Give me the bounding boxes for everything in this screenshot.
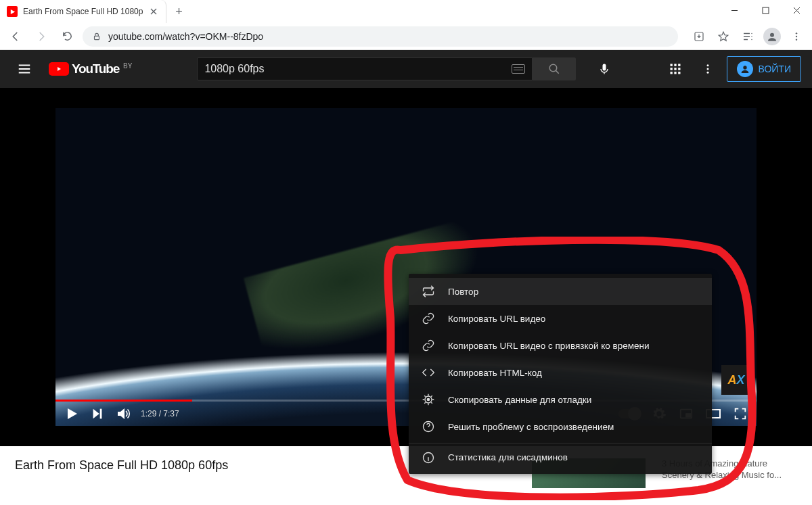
forward-button[interactable] (31, 26, 51, 47)
svg-point-23 (743, 66, 746, 69)
ctx-playback-help[interactable]: Решить проблему с воспроизведением (409, 413, 712, 440)
svg-marker-24 (68, 408, 77, 419)
browser-tab[interactable]: Earth From Space Full HD 1080p (0, 0, 166, 23)
guide-menu-button[interactable] (11, 55, 38, 82)
ctx-label: Статистика для сисадминов (448, 452, 568, 462)
svg-rect-26 (100, 409, 102, 419)
reading-list-icon[interactable] (738, 26, 758, 47)
volume-button[interactable] (115, 406, 131, 422)
svg-rect-15 (674, 68, 676, 70)
search-input[interactable] (204, 63, 512, 75)
svg-marker-0 (10, 9, 14, 14)
youtube-logo[interactable]: YouTube BY (49, 62, 132, 76)
svg-rect-1 (763, 7, 769, 14)
install-app-icon[interactable] (689, 26, 709, 47)
svg-point-5 (796, 32, 797, 34)
loop-icon (421, 284, 436, 299)
ctx-label: Копировать URL видео (448, 314, 545, 324)
new-tab-button[interactable]: + (169, 2, 188, 21)
bookmark-star-icon[interactable] (713, 26, 734, 47)
omnibox[interactable]: youtube.com/watch?v=OKM--8fzDpo (83, 26, 678, 47)
settings-menu-button[interactable] (694, 55, 721, 82)
close-tab-icon[interactable] (148, 6, 159, 17)
youtube-logo-text: YouTube (72, 62, 119, 76)
youtube-logo-icon (49, 62, 69, 76)
svg-rect-19 (678, 72, 680, 74)
svg-point-7 (796, 39, 797, 40)
signin-label: ВОЙТИ (759, 64, 791, 74)
channel-watermark[interactable]: AX (721, 365, 751, 395)
ctx-label: Скопировать данные для отладки (448, 395, 591, 405)
svg-rect-16 (678, 68, 680, 70)
signin-avatar-icon (737, 61, 753, 77)
svg-rect-2 (95, 36, 99, 39)
browser-menu-button[interactable] (786, 26, 807, 47)
window-close-button[interactable] (781, 0, 812, 20)
svg-point-21 (706, 68, 708, 70)
play-button[interactable] (64, 406, 80, 422)
svg-marker-25 (93, 409, 99, 419)
window-controls (719, 0, 812, 20)
window-maximize-button[interactable] (750, 0, 781, 20)
window-titlebar: Earth From Space Full HD 1080p + (0, 0, 812, 23)
window-minimize-button[interactable] (719, 0, 750, 20)
search-button[interactable] (533, 57, 576, 80)
svg-point-31 (427, 398, 429, 400)
player-context-menu: Повтор Копировать URL видео Копировать U… (409, 274, 712, 474)
ctx-label: Копировать HTML-код (448, 368, 542, 378)
svg-rect-18 (674, 72, 676, 74)
youtube-favicon-icon (7, 6, 18, 17)
ctx-label: Копировать URL видео с привязкой ко врем… (448, 341, 650, 351)
profile-button[interactable] (762, 26, 782, 47)
svg-point-6 (796, 35, 797, 37)
link-icon (421, 311, 436, 326)
avatar-icon (763, 28, 781, 45)
svg-rect-11 (670, 64, 672, 66)
svg-rect-14 (670, 68, 672, 70)
svg-rect-12 (674, 64, 676, 66)
svg-rect-10 (603, 64, 606, 71)
address-bar: youtube.com/watch?v=OKM--8fzDpo (0, 23, 812, 50)
svg-point-22 (706, 72, 708, 74)
ctx-copy-url-time[interactable]: Копировать URL видео с привязкой ко врем… (409, 332, 712, 359)
lock-icon (92, 32, 102, 41)
link-icon (421, 338, 436, 353)
embed-icon (421, 365, 436, 380)
ctx-label: Решить проблему с воспроизведением (448, 422, 614, 432)
keyboard-icon[interactable] (512, 64, 525, 74)
help-icon (421, 419, 436, 434)
browser-tab-title: Earth From Space Full HD 1080p (23, 7, 143, 16)
svg-rect-17 (670, 72, 672, 74)
next-button[interactable] (89, 406, 106, 422)
ctx-label: Повтор (448, 287, 478, 297)
youtube-masthead: YouTube BY ВОЙТИ (0, 50, 812, 88)
svg-point-4 (770, 32, 774, 37)
fullscreen-icon[interactable] (732, 406, 748, 422)
voice-search-button[interactable] (591, 55, 618, 82)
ctx-copy-debug[interactable]: Скопировать данные для отладки (409, 386, 712, 413)
ctx-copy-embed[interactable]: Копировать HTML-код (409, 359, 712, 386)
bug-icon (421, 392, 436, 407)
search-form (197, 57, 576, 80)
reload-button[interactable] (57, 26, 77, 47)
svg-point-20 (706, 64, 708, 66)
svg-point-9 (550, 64, 558, 72)
timecode-display: 1:29 / 7:37 (141, 409, 179, 418)
ctx-loop[interactable]: Повтор (409, 278, 712, 305)
youtube-country-code: BY (123, 62, 132, 70)
svg-rect-13 (678, 64, 680, 66)
svg-marker-8 (58, 67, 61, 71)
apps-grid-icon[interactable] (662, 55, 689, 82)
search-input-container[interactable] (197, 57, 533, 80)
ctx-stats[interactable]: Статистика для сисадминов (409, 443, 712, 470)
url-text: youtube.com/watch?v=OKM--8fzDpo (108, 31, 263, 42)
signin-button[interactable]: ВОЙТИ (727, 56, 801, 82)
info-icon (421, 450, 436, 465)
ctx-copy-url[interactable]: Копировать URL видео (409, 305, 712, 332)
back-button[interactable] (5, 26, 26, 47)
